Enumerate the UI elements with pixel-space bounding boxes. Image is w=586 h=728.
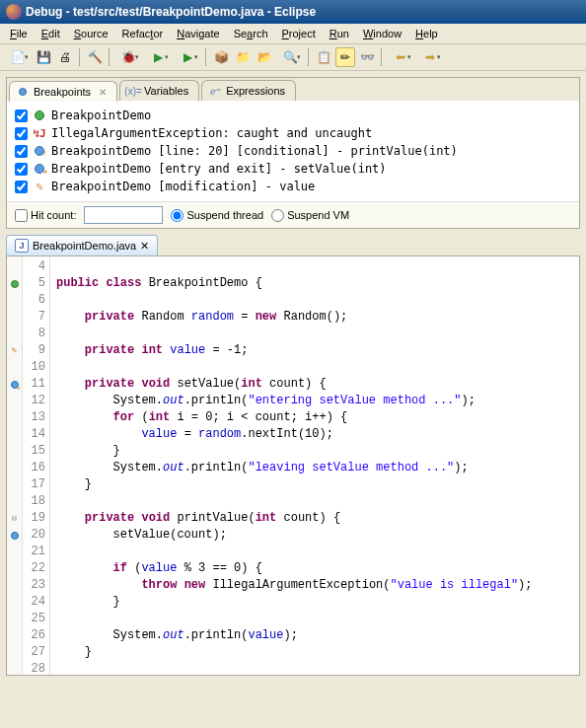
hit-count-control[interactable]: Hit count: [15, 209, 76, 222]
run-last-button[interactable]: ▶ [174, 47, 201, 67]
ruler-marker[interactable] [7, 544, 22, 560]
ruler-marker[interactable] [7, 644, 22, 661]
save-button[interactable]: 💾 [34, 47, 53, 67]
breakpoint-row[interactable]: ↯JIllegalArgumentException: caught and u… [15, 124, 571, 142]
breakpoint-row[interactable]: ✎BreakpointDemo [modification] - value [15, 178, 571, 195]
ruler-marker[interactable] [7, 611, 22, 627]
back-button[interactable]: ⬅ [387, 47, 414, 67]
code-line[interactable] [56, 359, 579, 376]
new-package-button[interactable]: 📦 [211, 47, 231, 67]
code-content[interactable]: public class BreakpointDemo { private Ra… [50, 256, 579, 675]
ruler-marker[interactable] [7, 476, 22, 493]
close-icon[interactable]: ✕ [99, 87, 107, 98]
ruler-marker[interactable] [7, 359, 22, 376]
code-line[interactable]: private Random random = new Random(); [56, 309, 579, 326]
search-button[interactable]: 🔍 [276, 47, 304, 67]
ruler-marker[interactable]: ✎ [7, 342, 22, 359]
code-line[interactable]: setValue(count); [56, 527, 579, 544]
hit-count-checkbox[interactable] [15, 209, 28, 222]
ruler-marker[interactable] [7, 309, 22, 326]
ruler-marker[interactable] [7, 527, 22, 544]
suspend-vm-control[interactable]: Suspend VM [271, 209, 349, 222]
code-line[interactable]: } [56, 443, 579, 460]
editor-ruler[interactable]: ✎⇄⊖ [7, 256, 23, 675]
tab-expressions[interactable]: ℯ⁼ Expressions [201, 80, 296, 101]
ruler-marker[interactable] [7, 275, 22, 292]
code-line[interactable]: System.out.println("leaving setValue met… [56, 460, 579, 476]
open-type-button[interactable]: 📂 [255, 47, 274, 67]
ruler-marker[interactable] [7, 577, 22, 594]
ruler-marker[interactable] [7, 292, 22, 309]
code-line[interactable]: private void setValue(int count) { [56, 376, 579, 393]
ruler-marker[interactable] [7, 661, 22, 676]
menu-window[interactable]: Window [357, 26, 407, 41]
code-line[interactable]: } [56, 594, 579, 611]
ruler-marker[interactable] [7, 627, 22, 644]
menu-help[interactable]: Help [409, 26, 444, 41]
build-button[interactable]: 🔨 [85, 47, 105, 67]
breakpoint-row[interactable]: BreakpointDemo [15, 107, 571, 124]
ruler-marker[interactable] [7, 326, 22, 342]
breakpoint-checkbox[interactable] [15, 181, 28, 193]
suspend-thread-radio[interactable] [171, 209, 183, 222]
forward-button[interactable]: ➡ [416, 47, 444, 67]
menu-edit[interactable]: Edit [36, 26, 66, 41]
ruler-marker[interactable] [7, 460, 22, 476]
tab-variables[interactable]: (x)= Variables [119, 80, 199, 101]
menu-refactor[interactable]: Refactor [116, 26, 170, 41]
code-line[interactable]: System.out.println("entering setValue me… [56, 393, 579, 409]
ruler-marker[interactable] [7, 560, 22, 577]
code-editor[interactable]: ✎⇄⊖ 456789101112131415161718192021222324… [6, 255, 580, 676]
ruler-marker[interactable] [7, 594, 22, 611]
tab-breakpoints[interactable]: Breakpoints ✕ [9, 81, 117, 102]
run-button[interactable]: ▶ [144, 47, 172, 67]
ruler-marker[interactable] [7, 393, 22, 409]
hit-count-input[interactable] [84, 206, 163, 224]
editor-tab[interactable]: J BreakpointDemo.java ✕ [6, 235, 158, 255]
menu-file[interactable]: File [4, 26, 34, 41]
breakpoint-row[interactable]: ⇄BreakpointDemo [entry and exit] - setVa… [15, 160, 571, 178]
code-line[interactable] [56, 611, 579, 627]
code-line[interactable]: public class BreakpointDemo { [56, 275, 579, 292]
menu-project[interactable]: Project [276, 26, 322, 41]
code-line[interactable]: value = random.nextInt(10); [56, 426, 579, 443]
debug-button[interactable]: 🐞 [114, 47, 142, 67]
ruler-marker[interactable] [7, 409, 22, 426]
suspend-vm-radio[interactable] [271, 209, 284, 222]
breakpoint-checkbox[interactable] [15, 127, 28, 140]
code-line[interactable]: for (int i = 0; i < count; i++) { [56, 409, 579, 426]
code-line[interactable] [56, 544, 579, 560]
menu-search[interactable]: Search [228, 26, 274, 41]
code-line[interactable]: System.out.println(value); [56, 627, 579, 644]
menu-source[interactable]: Source [68, 26, 114, 41]
code-line[interactable]: } [56, 476, 579, 493]
ruler-marker[interactable] [7, 443, 22, 460]
code-line[interactable]: } [56, 644, 579, 661]
highlight-button[interactable]: ✏ [335, 47, 355, 67]
menu-navigate[interactable]: Navigate [171, 26, 225, 41]
code-line[interactable] [56, 493, 579, 510]
breakpoint-row[interactable]: ?BreakpointDemo [line: 20] [conditional]… [15, 142, 571, 160]
breakpoint-checkbox[interactable] [15, 145, 28, 158]
ruler-marker[interactable] [7, 426, 22, 443]
code-line[interactable] [56, 326, 579, 342]
code-line[interactable]: throw new IllegalArgumentException("valu… [56, 577, 579, 594]
code-line[interactable]: private void printValue(int count) { [56, 510, 579, 527]
code-line[interactable] [56, 258, 579, 275]
ruler-marker[interactable] [7, 258, 22, 275]
close-icon[interactable]: ✕ [140, 240, 149, 253]
breakpoint-checkbox[interactable] [15, 109, 28, 122]
ruler-marker[interactable] [7, 493, 22, 510]
new-button[interactable]: 📄 [4, 47, 32, 67]
ruler-marker[interactable]: ⊖ [7, 510, 22, 527]
print-button[interactable]: 🖨 [55, 47, 75, 67]
suspend-thread-control[interactable]: Suspend thread [171, 209, 263, 222]
new-class-button[interactable]: 📁 [233, 47, 253, 67]
breakpoint-checkbox[interactable] [15, 163, 28, 176]
ruler-marker[interactable]: ⇄ [7, 376, 22, 393]
code-line[interactable]: private int value = -1; [56, 342, 579, 359]
code-line[interactable]: if (value % 3 == 0) { [56, 560, 579, 577]
mode-button[interactable]: 📋 [314, 47, 333, 67]
nav-back-button[interactable]: 👓 [357, 47, 377, 67]
code-line[interactable] [56, 661, 579, 675]
